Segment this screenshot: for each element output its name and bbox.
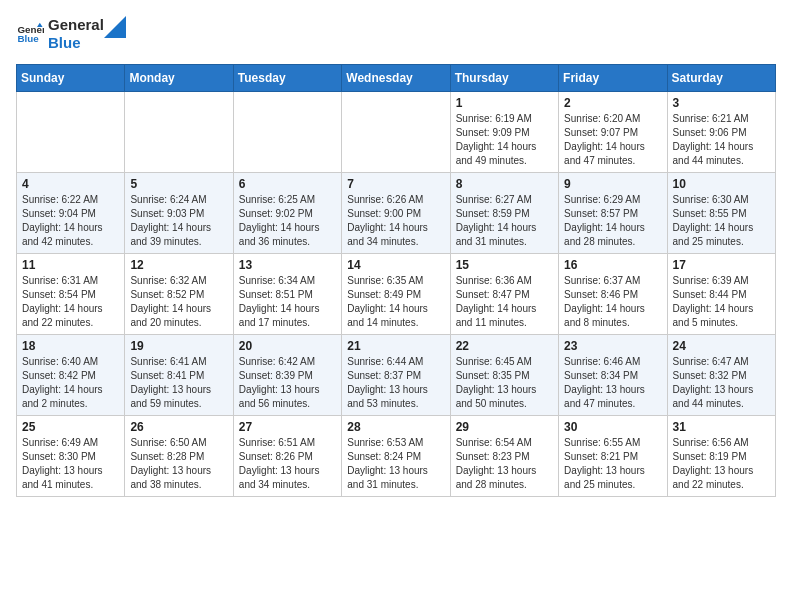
day-number: 25 — [22, 420, 119, 434]
day-info: Sunrise: 6:26 AM Sunset: 9:00 PM Dayligh… — [347, 193, 444, 249]
day-number: 20 — [239, 339, 336, 353]
calendar-cell: 2Sunrise: 6:20 AM Sunset: 9:07 PM Daylig… — [559, 92, 667, 173]
day-info: Sunrise: 6:53 AM Sunset: 8:24 PM Dayligh… — [347, 436, 444, 492]
day-number: 1 — [456, 96, 553, 110]
svg-marker-3 — [104, 16, 126, 38]
calendar-cell — [233, 92, 341, 173]
calendar-cell: 3Sunrise: 6:21 AM Sunset: 9:06 PM Daylig… — [667, 92, 775, 173]
calendar-cell: 16Sunrise: 6:37 AM Sunset: 8:46 PM Dayli… — [559, 254, 667, 335]
calendar-cell: 7Sunrise: 6:26 AM Sunset: 9:00 PM Daylig… — [342, 173, 450, 254]
calendar-cell: 12Sunrise: 6:32 AM Sunset: 8:52 PM Dayli… — [125, 254, 233, 335]
day-info: Sunrise: 6:24 AM Sunset: 9:03 PM Dayligh… — [130, 193, 227, 249]
calendar-cell: 21Sunrise: 6:44 AM Sunset: 8:37 PM Dayli… — [342, 335, 450, 416]
logo-triangle-icon — [104, 16, 126, 38]
calendar-header-row: SundayMondayTuesdayWednesdayThursdayFrid… — [17, 65, 776, 92]
calendar-cell: 10Sunrise: 6:30 AM Sunset: 8:55 PM Dayli… — [667, 173, 775, 254]
day-info: Sunrise: 6:25 AM Sunset: 9:02 PM Dayligh… — [239, 193, 336, 249]
calendar-cell: 5Sunrise: 6:24 AM Sunset: 9:03 PM Daylig… — [125, 173, 233, 254]
day-info: Sunrise: 6:40 AM Sunset: 8:42 PM Dayligh… — [22, 355, 119, 411]
day-number: 2 — [564, 96, 661, 110]
day-info: Sunrise: 6:29 AM Sunset: 8:57 PM Dayligh… — [564, 193, 661, 249]
day-number: 26 — [130, 420, 227, 434]
calendar-week-row: 25Sunrise: 6:49 AM Sunset: 8:30 PM Dayli… — [17, 416, 776, 497]
calendar-cell: 26Sunrise: 6:50 AM Sunset: 8:28 PM Dayli… — [125, 416, 233, 497]
day-of-week-header: Friday — [559, 65, 667, 92]
day-info: Sunrise: 6:27 AM Sunset: 8:59 PM Dayligh… — [456, 193, 553, 249]
day-info: Sunrise: 6:54 AM Sunset: 8:23 PM Dayligh… — [456, 436, 553, 492]
day-info: Sunrise: 6:37 AM Sunset: 8:46 PM Dayligh… — [564, 274, 661, 330]
calendar-cell: 8Sunrise: 6:27 AM Sunset: 8:59 PM Daylig… — [450, 173, 558, 254]
calendar-cell: 13Sunrise: 6:34 AM Sunset: 8:51 PM Dayli… — [233, 254, 341, 335]
day-number: 17 — [673, 258, 770, 272]
day-of-week-header: Sunday — [17, 65, 125, 92]
logo: General Blue General Blue — [16, 16, 126, 52]
calendar-cell: 9Sunrise: 6:29 AM Sunset: 8:57 PM Daylig… — [559, 173, 667, 254]
calendar-cell — [17, 92, 125, 173]
day-info: Sunrise: 6:35 AM Sunset: 8:49 PM Dayligh… — [347, 274, 444, 330]
day-info: Sunrise: 6:32 AM Sunset: 8:52 PM Dayligh… — [130, 274, 227, 330]
day-info: Sunrise: 6:31 AM Sunset: 8:54 PM Dayligh… — [22, 274, 119, 330]
day-number: 12 — [130, 258, 227, 272]
day-number: 30 — [564, 420, 661, 434]
day-info: Sunrise: 6:49 AM Sunset: 8:30 PM Dayligh… — [22, 436, 119, 492]
day-number: 21 — [347, 339, 444, 353]
calendar-week-row: 18Sunrise: 6:40 AM Sunset: 8:42 PM Dayli… — [17, 335, 776, 416]
logo-general: General — [48, 16, 104, 34]
calendar-cell: 27Sunrise: 6:51 AM Sunset: 8:26 PM Dayli… — [233, 416, 341, 497]
day-info: Sunrise: 6:51 AM Sunset: 8:26 PM Dayligh… — [239, 436, 336, 492]
day-number: 16 — [564, 258, 661, 272]
day-of-week-header: Saturday — [667, 65, 775, 92]
day-number: 5 — [130, 177, 227, 191]
calendar-week-row: 11Sunrise: 6:31 AM Sunset: 8:54 PM Dayli… — [17, 254, 776, 335]
calendar-week-row: 1Sunrise: 6:19 AM Sunset: 9:09 PM Daylig… — [17, 92, 776, 173]
day-number: 28 — [347, 420, 444, 434]
day-number: 23 — [564, 339, 661, 353]
day-number: 3 — [673, 96, 770, 110]
day-info: Sunrise: 6:47 AM Sunset: 8:32 PM Dayligh… — [673, 355, 770, 411]
calendar-cell: 28Sunrise: 6:53 AM Sunset: 8:24 PM Dayli… — [342, 416, 450, 497]
logo-blue: Blue — [48, 34, 104, 52]
day-info: Sunrise: 6:34 AM Sunset: 8:51 PM Dayligh… — [239, 274, 336, 330]
day-of-week-header: Thursday — [450, 65, 558, 92]
day-info: Sunrise: 6:36 AM Sunset: 8:47 PM Dayligh… — [456, 274, 553, 330]
day-info: Sunrise: 6:22 AM Sunset: 9:04 PM Dayligh… — [22, 193, 119, 249]
calendar-cell — [125, 92, 233, 173]
day-number: 9 — [564, 177, 661, 191]
day-info: Sunrise: 6:39 AM Sunset: 8:44 PM Dayligh… — [673, 274, 770, 330]
calendar-cell: 4Sunrise: 6:22 AM Sunset: 9:04 PM Daylig… — [17, 173, 125, 254]
day-number: 18 — [22, 339, 119, 353]
day-info: Sunrise: 6:46 AM Sunset: 8:34 PM Dayligh… — [564, 355, 661, 411]
day-of-week-header: Tuesday — [233, 65, 341, 92]
day-number: 11 — [22, 258, 119, 272]
calendar-cell: 29Sunrise: 6:54 AM Sunset: 8:23 PM Dayli… — [450, 416, 558, 497]
day-number: 27 — [239, 420, 336, 434]
day-number: 13 — [239, 258, 336, 272]
calendar-cell: 30Sunrise: 6:55 AM Sunset: 8:21 PM Dayli… — [559, 416, 667, 497]
calendar-cell: 14Sunrise: 6:35 AM Sunset: 8:49 PM Dayli… — [342, 254, 450, 335]
day-number: 8 — [456, 177, 553, 191]
day-info: Sunrise: 6:41 AM Sunset: 8:41 PM Dayligh… — [130, 355, 227, 411]
day-number: 19 — [130, 339, 227, 353]
calendar-cell: 15Sunrise: 6:36 AM Sunset: 8:47 PM Dayli… — [450, 254, 558, 335]
day-info: Sunrise: 6:30 AM Sunset: 8:55 PM Dayligh… — [673, 193, 770, 249]
day-info: Sunrise: 6:56 AM Sunset: 8:19 PM Dayligh… — [673, 436, 770, 492]
day-info: Sunrise: 6:19 AM Sunset: 9:09 PM Dayligh… — [456, 112, 553, 168]
day-number: 6 — [239, 177, 336, 191]
day-number: 7 — [347, 177, 444, 191]
calendar-cell: 11Sunrise: 6:31 AM Sunset: 8:54 PM Dayli… — [17, 254, 125, 335]
calendar-cell: 31Sunrise: 6:56 AM Sunset: 8:19 PM Dayli… — [667, 416, 775, 497]
day-info: Sunrise: 6:50 AM Sunset: 8:28 PM Dayligh… — [130, 436, 227, 492]
calendar-cell: 1Sunrise: 6:19 AM Sunset: 9:09 PM Daylig… — [450, 92, 558, 173]
day-info: Sunrise: 6:20 AM Sunset: 9:07 PM Dayligh… — [564, 112, 661, 168]
logo-icon: General Blue — [16, 20, 44, 48]
calendar-cell: 18Sunrise: 6:40 AM Sunset: 8:42 PM Dayli… — [17, 335, 125, 416]
calendar-cell: 20Sunrise: 6:42 AM Sunset: 8:39 PM Dayli… — [233, 335, 341, 416]
calendar-cell — [342, 92, 450, 173]
day-info: Sunrise: 6:55 AM Sunset: 8:21 PM Dayligh… — [564, 436, 661, 492]
day-info: Sunrise: 6:44 AM Sunset: 8:37 PM Dayligh… — [347, 355, 444, 411]
calendar-cell: 17Sunrise: 6:39 AM Sunset: 8:44 PM Dayli… — [667, 254, 775, 335]
day-of-week-header: Wednesday — [342, 65, 450, 92]
calendar-week-row: 4Sunrise: 6:22 AM Sunset: 9:04 PM Daylig… — [17, 173, 776, 254]
page-header: General Blue General Blue — [16, 16, 776, 52]
day-number: 14 — [347, 258, 444, 272]
